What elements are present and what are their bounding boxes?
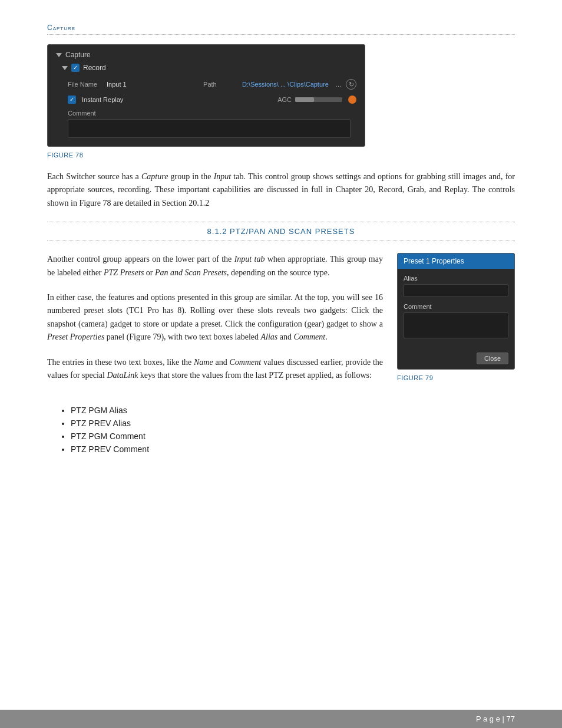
record-label: Record [83,64,106,72]
capture-panel: Capture Record File Name Input 1 Path D:… [47,44,365,147]
ptz-paragraph-2: In either case, the features and options… [47,291,383,344]
agc-control: AGC [277,95,356,104]
preset-panel-body: Alias Comment [398,269,514,350]
instant-replay-row: Instant Replay AGC [56,95,356,104]
list-item: PTZ PGM Alias [71,406,515,415]
figure-78-label: FIGURE 78 [47,151,515,159]
preset-panel-container: Preset 1 Properties Alias Comment Close … [397,253,515,394]
refresh-button[interactable]: ↻ [346,79,356,90]
page-footer: P a g e | 77 [0,710,562,728]
figure-79-label: FIGURE 79 [397,374,515,381]
agc-indicator [348,95,356,104]
close-button[interactable]: Close [477,353,508,364]
browse-button[interactable]: ... [336,81,341,88]
bullet-list: PTZ PGM Alias PTZ PREV Alias PTZ PGM Com… [47,406,515,454]
page-number: P a g e | 77 [476,714,515,723]
capture-section: Capture Capture Record File Name Input 1… [47,24,515,159]
panel-title: Capture [56,51,356,59]
agc-label: AGC [277,96,292,103]
body-text-capture-italic: Capture [141,172,168,181]
path-value: D:\Sessions\ ... \Clips\Capture [242,81,329,88]
agc-bar[interactable] [295,97,342,102]
preset-panel-title: Preset 1 Properties [398,253,514,269]
ptz-paragraph-1: Another control group appears on the low… [47,253,383,279]
body-text-input-italic: Input [214,172,232,181]
preset-properties-panel: Preset 1 Properties Alias Comment Close [397,253,515,370]
ptz-section: Another control group appears on the low… [47,253,515,394]
preset-comment-label: Comment [404,303,508,310]
path-label: Path [203,81,237,88]
record-row: Record [56,64,356,72]
list-item: PTZ PREV Comment [71,444,515,454]
body-text-1a: Each Switcher source has a [47,172,141,181]
comment-label: Comment [68,110,356,117]
ptz-text-column: Another control group appears on the low… [47,253,383,394]
file-name-label: File Name [68,81,102,88]
collapse-icon[interactable] [56,53,62,57]
close-row: Close [398,350,514,369]
file-name-value: Input 1 [107,81,127,88]
list-item: PTZ PGM Comment [71,431,515,441]
list-item: PTZ PREV Alias [71,419,515,428]
ptz-subsection-heading: 8.1.2 PTZ/PAN AND SCAN PRESETS [47,222,515,241]
record-collapse-icon[interactable] [62,66,68,70]
comment-row: Comment [56,110,356,138]
file-path-row: File Name Input 1 Path D:\Sessions\ ... … [56,79,356,90]
agc-bar-fill [295,97,314,102]
record-checkbox[interactable] [71,64,80,72]
ptz-paragraph-3: The entries in these two text boxes, lik… [47,356,383,383]
body-text-1b: group in the [168,172,213,181]
comment-input[interactable] [68,119,351,138]
instant-replay-checkbox[interactable] [68,95,76,104]
alias-input[interactable] [404,284,508,297]
instant-replay-label: Instant Replay [82,96,123,103]
capture-heading: Capture [47,24,515,35]
alias-label: Alias [404,275,508,282]
preset-comment-input[interactable] [404,312,508,338]
body-paragraph-1: Each Switcher source has a Capture group… [47,170,515,210]
